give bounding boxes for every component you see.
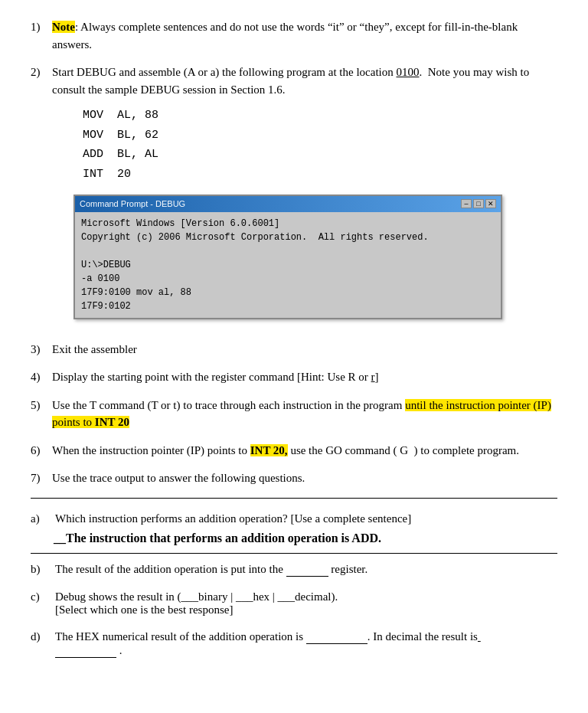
list-item-1: 1) Note: Always complete sentences and d…	[31, 18, 557, 53]
list-item-5: 5) Use the T command (T or t) to trace t…	[31, 397, 557, 431]
item-3-text: Exit the assembler	[52, 343, 137, 355]
section-b-letter: b)	[31, 563, 47, 576]
section-b: b) The result of the addition operation …	[31, 563, 557, 577]
item-content-3: Exit the assembler	[52, 341, 557, 358]
item-content-7: Use the trace output to answer the follo…	[52, 469, 557, 487]
list-item-3: 3) Exit the assembler	[31, 341, 557, 358]
divider	[31, 498, 557, 499]
code-line-1: MOV AL, 88	[83, 106, 557, 126]
item-number-3: 3)	[31, 341, 52, 358]
terminal-line-6: 17F9:0102	[81, 299, 495, 313]
section-b-blank	[286, 563, 328, 577]
item-number-6: 6)	[31, 442, 52, 460]
terminal-titlebar: Command Prompt - DEBUG – □ ✕	[75, 196, 501, 212]
section-c: c) Debug shows the result in (___binary …	[31, 590, 557, 617]
divider-b	[31, 553, 557, 554]
terminal-line-blank	[81, 244, 495, 258]
section-d-letter: d)	[31, 630, 47, 643]
section-c-question: Debug shows the result in (___binary | _…	[55, 590, 338, 617]
terminal-title: Command Prompt - DEBUG	[80, 198, 185, 211]
item-number-1: 1)	[31, 18, 52, 53]
item-content-1: Note: Always complete sentences and do n…	[52, 18, 557, 53]
item-content-4: Display the starting point with the regi…	[52, 368, 557, 386]
item-number-7: 7)	[31, 469, 52, 487]
list-item-4: 4) Display the starting point with the r…	[31, 368, 557, 386]
item-6-text-after: use the GO command ( G ) to complete pro…	[288, 444, 519, 456]
section-b-question: The result of the addition operation is …	[55, 563, 368, 577]
section-a: a) Which instruction performs an additio…	[31, 512, 557, 525]
terminal-buttons: – □ ✕	[461, 199, 496, 208]
section-a-question: Which instruction performs an addition o…	[55, 512, 411, 525]
section-d: d) The HEX numerical result of the addit…	[31, 630, 557, 658]
terminal-body: Microsoft Windows [Version 6.0.6001] Cop…	[75, 212, 501, 318]
note-label: Note	[52, 21, 75, 33]
terminal-window: Command Prompt - DEBUG – □ ✕ Microsoft W…	[74, 195, 502, 319]
section-d-blank2	[55, 644, 116, 658]
item-content-5: Use the T command (T or t) to trace thro…	[52, 397, 557, 431]
section-c-letter: c)	[31, 590, 47, 603]
section-d-is-underline	[478, 630, 481, 643]
list-item-6: 6) When the instruction pointer (IP) poi…	[31, 442, 557, 460]
item-content-2: Start DEBUG and assemble (A or a) the fo…	[52, 64, 557, 330]
item-number-4: 4)	[31, 368, 52, 386]
item-1-text: : Always complete sentences and do not u…	[52, 21, 518, 51]
item-number-5: 5)	[31, 397, 52, 431]
item-number-2: 2)	[31, 64, 52, 330]
terminal-line-2: Copyright (c) 2006 Microsoft Corporation…	[81, 231, 495, 244]
section-a-answer: __The instruction that performs an addit…	[54, 531, 557, 545]
code-line-3: ADD BL, AL	[83, 145, 557, 165]
item-6-int20: INT 20,	[250, 444, 288, 456]
terminal-line-3: U:\>DEBUG	[81, 258, 495, 272]
close-button[interactable]: ✕	[485, 199, 496, 208]
list-item-7: 7) Use the trace output to answer the fo…	[31, 469, 557, 487]
item-5-text-before: Use the T command (T or t) to trace thro…	[52, 399, 405, 411]
item-6-text-before: When the instruction pointer (IP) points…	[52, 444, 250, 456]
section-d-question: The HEX numerical result of the addition…	[55, 630, 481, 658]
minimize-button[interactable]: –	[461, 199, 472, 208]
list-item-2: 2) Start DEBUG and assemble (A or a) the…	[31, 64, 557, 330]
terminal-line-4: -a 0100	[81, 272, 495, 286]
item-2-text-before: Start DEBUG and assemble (A or a) the fo…	[52, 66, 396, 78]
maximize-button[interactable]: □	[473, 199, 484, 208]
item-7-text: Use the trace output to answer the follo…	[52, 472, 305, 484]
code-line-2: MOV BL, 62	[83, 126, 557, 146]
code-block: MOV AL, 88 MOV BL, 62 ADD BL, AL INT 20	[83, 106, 557, 184]
item-content-6: When the instruction pointer (IP) points…	[52, 442, 557, 460]
terminal-line-5: 17F9:0100 mov al, 88	[81, 286, 495, 299]
terminal-line-1: Microsoft Windows [Version 6.0.6001]	[81, 217, 495, 231]
section-d-blank1	[306, 630, 368, 644]
section-a-letter: a)	[31, 512, 47, 525]
item-4-text-after: ]	[375, 371, 379, 383]
code-line-4: INT 20	[83, 165, 557, 185]
item-2-location: 0100	[396, 66, 419, 78]
item-4-text-before: Display the starting point with the regi…	[52, 371, 371, 383]
